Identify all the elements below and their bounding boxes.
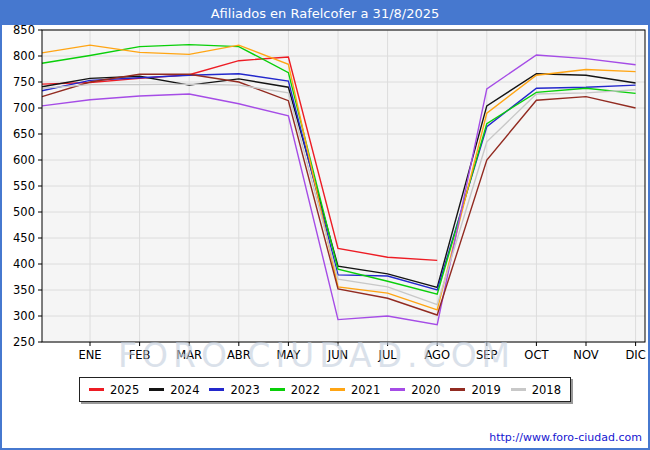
svg-text:FEB: FEB bbox=[129, 348, 151, 362]
svg-text:OCT: OCT bbox=[524, 348, 549, 362]
svg-text:DIC: DIC bbox=[625, 348, 645, 362]
svg-text:650: 650 bbox=[13, 127, 35, 141]
svg-text:750: 750 bbox=[13, 75, 35, 89]
legend-label-2018: 2018 bbox=[532, 383, 561, 397]
svg-text:MAY: MAY bbox=[276, 348, 301, 362]
svg-text:ENE: ENE bbox=[78, 348, 101, 362]
svg-text:NOV: NOV bbox=[573, 348, 598, 362]
svg-text:500: 500 bbox=[13, 205, 35, 219]
x-axis-labels: ENEFEBMARABRMAYJUNJULAGOSEPOCTNOVDIC bbox=[78, 348, 645, 362]
svg-text:550: 550 bbox=[13, 179, 35, 193]
legend-swatch-2023 bbox=[209, 388, 224, 391]
svg-text:MAR: MAR bbox=[176, 348, 202, 362]
svg-text:AGO: AGO bbox=[424, 348, 450, 362]
legend-swatch-2022 bbox=[270, 388, 285, 391]
svg-text:JUN: JUN bbox=[327, 348, 348, 362]
legend-label-2025: 2025 bbox=[110, 383, 139, 397]
legend-swatch-2019 bbox=[450, 388, 465, 391]
chart-legend: 20252024202320222021202020192018 bbox=[79, 377, 571, 402]
svg-text:250: 250 bbox=[13, 335, 35, 349]
svg-text:800: 800 bbox=[13, 49, 35, 63]
legend-item-2021: 2021 bbox=[330, 383, 380, 397]
svg-text:600: 600 bbox=[13, 153, 35, 167]
footer-link[interactable]: http://www.foro-ciudad.com bbox=[489, 431, 642, 444]
svg-text:450: 450 bbox=[13, 231, 35, 245]
svg-text:SEP: SEP bbox=[476, 348, 498, 362]
legend-item-2020: 2020 bbox=[390, 383, 440, 397]
legend-label-2021: 2021 bbox=[351, 383, 380, 397]
legend-label-2019: 2019 bbox=[471, 383, 500, 397]
legend-item-2025: 2025 bbox=[89, 383, 139, 397]
chart-page: Afiliados en Rafelcofer a 31/8/2025 8508… bbox=[0, 0, 650, 450]
legend-item-2019: 2019 bbox=[450, 383, 500, 397]
legend-label-2020: 2020 bbox=[411, 383, 440, 397]
legend-swatch-2018 bbox=[511, 388, 526, 391]
legend-item-2023: 2023 bbox=[209, 383, 259, 397]
svg-text:850: 850 bbox=[13, 23, 35, 37]
legend-label-2024: 2024 bbox=[170, 383, 199, 397]
legend-item-2018: 2018 bbox=[511, 383, 561, 397]
legend-label-2023: 2023 bbox=[230, 383, 259, 397]
svg-text:JUL: JUL bbox=[377, 348, 397, 362]
legend-label-2022: 2022 bbox=[291, 383, 320, 397]
svg-text:350: 350 bbox=[13, 283, 35, 297]
legend-swatch-2020 bbox=[390, 388, 405, 391]
y-axis-labels: 850800750700650600550500450400350300250 bbox=[13, 23, 35, 349]
svg-text:400: 400 bbox=[13, 257, 35, 271]
legend-swatch-2025 bbox=[89, 388, 104, 391]
svg-text:ABR: ABR bbox=[227, 348, 251, 362]
legend-swatch-2024 bbox=[149, 388, 164, 391]
legend-swatch-2021 bbox=[330, 388, 345, 391]
svg-text:300: 300 bbox=[13, 309, 35, 323]
svg-text:700: 700 bbox=[13, 101, 35, 115]
legend-item-2022: 2022 bbox=[270, 383, 320, 397]
legend-item-2024: 2024 bbox=[149, 383, 199, 397]
